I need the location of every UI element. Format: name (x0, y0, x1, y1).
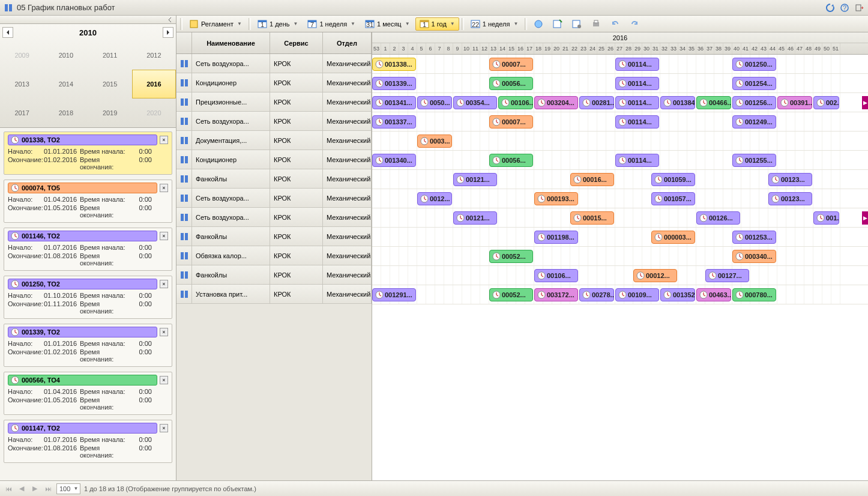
gantt-bar[interactable]: 000193... (534, 192, 578, 205)
gantt-row-header[interactable]: Сеть воздухора...КРОКМеханический (176, 208, 372, 227)
gantt-bar[interactable]: 001291... (372, 288, 416, 301)
gantt-bar[interactable]: 00466... (696, 96, 731, 109)
gantt-bar[interactable]: 0003... (417, 135, 452, 148)
col-header-service[interactable]: Сервис (270, 32, 323, 53)
exit-icon[interactable] (854, 2, 864, 13)
gantt-bar[interactable]: 0012... (417, 192, 452, 205)
task-card[interactable]: 000074, ТО5×Начало:01.04.2016Время начал… (4, 180, 172, 223)
page-last-button[interactable]: ⏭ (43, 484, 53, 494)
gantt-bar[interactable]: 00123... (768, 192, 812, 205)
year-prev-button[interactable] (2, 27, 13, 38)
gantt-bar[interactable]: 001255... (732, 154, 776, 167)
year-next-button[interactable] (163, 27, 173, 38)
gantt-bar[interactable]: 001341... (372, 96, 416, 109)
gantt-bar[interactable]: 00015... (570, 211, 614, 225)
year-cell-2016[interactable]: 2016 (132, 70, 176, 98)
year-cell-2014[interactable]: 2014 (44, 70, 88, 98)
refresh-icon[interactable] (825, 2, 836, 13)
gantt-bar[interactable]: 00016... (570, 173, 614, 186)
gantt-bar[interactable]: 000340... (732, 250, 776, 263)
gantt-bar[interactable]: 00281... (579, 96, 614, 109)
gantt-bar[interactable]: 00114... (615, 154, 659, 167)
page-next-button[interactable]: ▶ (30, 484, 40, 494)
task-card[interactable]: 001338, ТО2×Начало:01.01.2016Время начал… (4, 132, 172, 175)
year-cell-2015[interactable]: 2015 (88, 70, 132, 98)
year-cell-2013[interactable]: 2013 (0, 70, 44, 98)
gantt-bar[interactable]: 00126... (696, 211, 740, 225)
year-cell-2019[interactable]: 2019 (88, 98, 132, 127)
gantt-bar[interactable]: 00114... (615, 58, 659, 71)
cal-settings-button[interactable] (568, 17, 586, 31)
gantt-bar[interactable]: 00278... (579, 288, 614, 301)
gantt-bar[interactable]: 000780... (732, 288, 776, 301)
page-first-button[interactable]: ⏮ (4, 484, 13, 494)
gantt-bar[interactable]: 00127... (705, 269, 749, 282)
gantt-bar[interactable]: 00391... (777, 96, 812, 109)
gantt-bar[interactable]: 001352... (660, 288, 695, 301)
gantt-bar[interactable]: 000003... (651, 231, 695, 244)
gantt-bar[interactable]: 001249... (732, 115, 776, 129)
range-1year-button[interactable]: 1 1 год▼ (415, 17, 459, 31)
gantt-bar[interactable]: 00007... (489, 115, 533, 129)
gantt-bar[interactable]: 001256... (732, 96, 776, 109)
gantt-bar[interactable]: 001250... (732, 58, 776, 71)
year-cell-2010[interactable]: 2010 (44, 41, 88, 70)
task-card[interactable]: 001146, ТО2×Начало:01.07.2016Время начал… (4, 228, 172, 271)
gantt-bar[interactable]: 00109... (615, 288, 659, 301)
gantt-row-header[interactable]: ФанкойлыКРОКМеханический (176, 169, 372, 189)
gantt-bar[interactable]: 00106... (498, 96, 533, 109)
gantt-bar[interactable]: 00121... (453, 211, 497, 225)
gantt-bar[interactable]: 00121... (453, 173, 497, 186)
year-cell-2009[interactable]: 2009 (0, 41, 44, 70)
range-1day-button[interactable]: 1 1 день▼ (253, 17, 302, 31)
task-close-button[interactable]: × (160, 184, 168, 192)
gantt-bar[interactable]: 003172... (534, 288, 578, 301)
gantt-bar[interactable]: 001198... (534, 231, 578, 244)
task-card[interactable]: 001250, ТО2×Начало:01.10.2016Время начал… (4, 276, 172, 319)
gantt-bar[interactable]: 001059... (651, 173, 695, 186)
gantt-bar[interactable]: 001338... (372, 58, 416, 71)
task-close-button[interactable]: × (160, 376, 168, 384)
gantt-bar[interactable]: 00106... (534, 269, 578, 282)
task-close-button[interactable]: × (160, 424, 168, 432)
task-card[interactable]: 001339, ТО2×Начало:01.01.2016Время начал… (4, 324, 172, 367)
cal-add-button[interactable] (549, 17, 567, 31)
task-close-button[interactable]: × (160, 136, 168, 144)
goto-button[interactable] (529, 17, 547, 31)
gantt-row-header[interactable]: Установка прит...КРОКМеханический (176, 285, 372, 304)
gantt-bar[interactable]: 003204... (534, 96, 578, 109)
gantt-bar[interactable]: 0050... (417, 96, 452, 109)
gantt-bar[interactable]: 001254... (732, 77, 776, 90)
year-cell-2017[interactable]: 2017 (0, 98, 44, 127)
page-size-select[interactable]: 100 ▼ (56, 483, 80, 494)
gantt-bar[interactable]: 001253... (732, 231, 776, 244)
task-close-button[interactable]: × (160, 328, 168, 336)
gantt-row-header[interactable]: Сеть воздухора...КРОКМеханический (176, 54, 372, 73)
gantt-bar[interactable]: 001340... (372, 154, 416, 167)
range-1month-button[interactable]: 31 1 месяц▼ (361, 17, 414, 31)
gantt-bar[interactable]: 001... (813, 211, 839, 225)
collapse-left-button[interactable] (0, 16, 176, 24)
help-icon[interactable]: ? (839, 2, 850, 13)
gantt-row-header[interactable]: Прецизионные...КРОКМеханический (176, 92, 372, 112)
range-1week-button[interactable]: 7 1 неделя▼ (303, 17, 360, 31)
continue-indicator[interactable]: ▶ (862, 211, 868, 225)
gantt-row-header[interactable]: ФанкойлыКРОКМеханический (176, 227, 372, 246)
year-cell-2012[interactable]: 2012 (132, 41, 176, 70)
gantt-bar[interactable]: 00007... (489, 58, 533, 71)
undo-button[interactable] (606, 17, 624, 31)
print-button[interactable] (587, 17, 605, 31)
gantt-bar[interactable]: 001337... (372, 115, 416, 129)
gantt-bar[interactable]: 00463... (696, 288, 731, 301)
year-cell-2011[interactable]: 2011 (88, 41, 132, 70)
col-header-dept[interactable]: Отдел (323, 32, 372, 53)
task-card[interactable]: 001147, ТО2×Начало:01.07.2016Время начал… (4, 420, 172, 463)
task-close-button[interactable]: × (160, 232, 168, 240)
gantt-timeline[interactable]: 2016 53123456789101112131415161718192021… (372, 32, 868, 480)
gantt-bar[interactable]: 002... (813, 96, 839, 109)
gantt-bar[interactable]: 00012... (633, 269, 677, 282)
gantt-row-header[interactable]: Обвязка калор...КРОКМеханический (176, 246, 372, 265)
gantt-row-header[interactable]: ФанкойлыКРОКМеханический (176, 265, 372, 285)
year-cell-2018[interactable]: 2018 (44, 98, 88, 127)
gantt-row-header[interactable]: КондиционерКРОКМеханический (176, 150, 372, 169)
